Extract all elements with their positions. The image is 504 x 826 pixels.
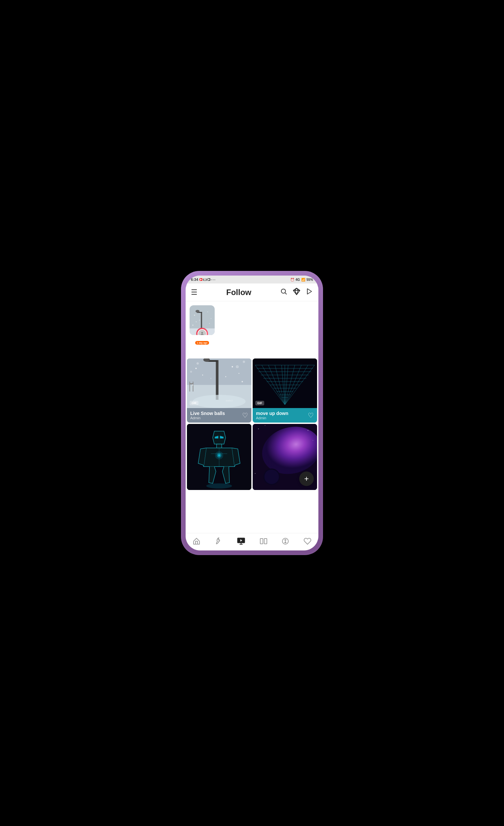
diamond-icon[interactable] — [293, 287, 301, 297]
snow-card-subtitle: Admin — [190, 416, 242, 420]
svg-rect-26 — [216, 360, 218, 400]
card-snow[interactable]: balls3 GIF Live Snow balls Admin ♡ — [187, 358, 251, 423]
cards-grid: balls3 GIF Live Snow balls Admin ♡ — [186, 357, 318, 491]
snow-card-info: Live Snow balls Admin ♡ — [187, 408, 251, 423]
svg-point-20 — [211, 318, 211, 319]
phone-frame: 6:34 ▶ 🖼 ▶ • • • ⏰ 4G 📶 55% ☰ Follow — [181, 271, 323, 555]
fab-add-button[interactable]: + — [299, 471, 314, 486]
story-thumbnail — [190, 305, 215, 335]
move-card-info: move up down Admin ♡ — [253, 408, 317, 423]
svg-point-40 — [225, 376, 226, 377]
search-icon[interactable] — [280, 288, 287, 297]
card-move[interactable]: GIF move up down Admin ♡ — [253, 358, 317, 423]
svg-point-39 — [211, 378, 211, 378]
svg-rect-91 — [241, 543, 241, 544]
main-content: 1 day ago — [186, 301, 318, 533]
card-ironman[interactable] — [187, 424, 251, 490]
move-heart-icon[interactable]: ♡ — [308, 411, 314, 419]
time-display: 6:34 — [191, 278, 198, 282]
svg-rect-24 — [187, 358, 251, 385]
svg-point-22 — [201, 332, 203, 334]
plus-icon: + — [304, 474, 309, 483]
svg-point-16 — [207, 311, 208, 312]
svg-point-18 — [209, 323, 210, 324]
svg-point-76 — [206, 483, 232, 489]
nav-play[interactable] — [237, 537, 246, 546]
header: ☰ Follow — [186, 284, 318, 301]
svg-point-38 — [192, 385, 193, 386]
signal-bars: 📶 — [301, 278, 305, 282]
phone-screen: 6:34 ▶ 🖼 ▶ • • • ⏰ 4G 📶 55% ☰ Follow — [186, 276, 318, 550]
svg-text:balls3: balls3 — [226, 399, 233, 402]
svg-point-36 — [239, 373, 240, 374]
nav-home[interactable] — [193, 537, 200, 545]
svg-point-33 — [195, 368, 197, 369]
signal-label: 4G — [296, 278, 300, 282]
snow-heart-icon[interactable]: ♡ — [242, 411, 248, 419]
svg-point-19 — [193, 325, 194, 326]
svg-rect-92 — [260, 539, 263, 544]
snow-card-title: Live Snow balls — [190, 411, 242, 416]
ironman-card-image — [187, 424, 251, 490]
nav-fire[interactable] — [214, 537, 222, 545]
svg-point-34 — [202, 375, 203, 376]
story-time-label: 1 day ago — [195, 341, 209, 345]
move-card-title: move up down — [256, 411, 308, 416]
nav-shuffle[interactable] — [281, 537, 289, 545]
svg-point-82 — [313, 440, 313, 441]
nav-pages[interactable] — [260, 537, 267, 545]
svg-point-29 — [193, 395, 246, 408]
menu-icon[interactable]: ☰ — [191, 288, 197, 297]
nav-heart[interactable] — [304, 537, 311, 545]
svg-point-79 — [258, 428, 259, 429]
svg-point-80 — [265, 425, 265, 426]
stories-row: 1 day ago — [186, 301, 318, 357]
svg-marker-8 — [308, 289, 312, 294]
svg-line-1 — [285, 293, 287, 294]
story-item[interactable]: 1 day ago — [190, 305, 215, 345]
alarm-icon: ⏰ — [290, 278, 294, 282]
svg-marker-2 — [293, 288, 300, 295]
svg-point-17 — [199, 320, 200, 320]
page-title: Follow — [226, 288, 251, 297]
svg-point-44 — [190, 371, 192, 373]
svg-rect-70 — [217, 444, 222, 448]
svg-point-83 — [255, 473, 256, 474]
svg-point-87 — [264, 470, 279, 484]
svg-rect-30 — [190, 381, 190, 392]
battery-label: 55% — [307, 278, 313, 282]
status-bar: 6:34 ▶ 🖼 ▶ • • • ⏰ 4G 📶 55% — [186, 276, 318, 284]
svg-point-35 — [232, 366, 233, 367]
svg-point-81 — [308, 430, 309, 431]
svg-rect-90 — [240, 544, 242, 544]
svg-point-41 — [197, 362, 199, 364]
svg-rect-12 — [201, 312, 202, 329]
svg-point-37 — [242, 381, 243, 382]
card-galaxy[interactable]: + — [253, 424, 317, 490]
svg-rect-93 — [264, 539, 267, 544]
svg-point-21 — [196, 321, 197, 322]
svg-rect-31 — [193, 381, 194, 392]
gif-badge-snow: GIF — [190, 401, 198, 405]
svg-rect-32 — [190, 383, 194, 384]
svg-point-15 — [194, 315, 195, 316]
bottom-navigation — [186, 533, 318, 550]
notification-icons: ▶ 🖼 ▶ • • • — [199, 278, 215, 281]
svg-point-42 — [236, 365, 239, 368]
move-card-subtitle: Admin — [256, 416, 308, 420]
move-card-image: GIF — [253, 358, 317, 408]
playstore-icon[interactable] — [306, 288, 313, 297]
gif-badge-move: GIF — [255, 401, 264, 405]
svg-point-14 — [195, 310, 199, 312]
snow-card-image: balls3 GIF — [187, 358, 251, 408]
svg-point-43 — [243, 361, 245, 363]
